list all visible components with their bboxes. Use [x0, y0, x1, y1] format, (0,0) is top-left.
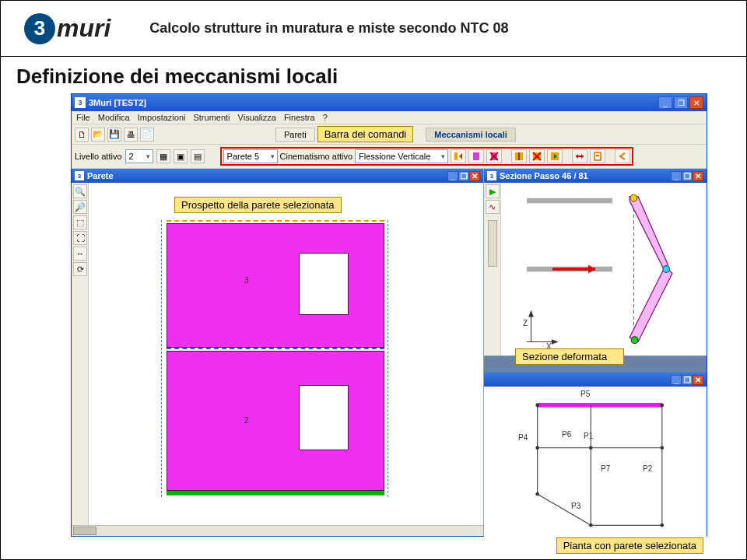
panel-icon: 3 — [75, 171, 84, 180]
maximize-button[interactable]: ❐ — [674, 96, 688, 109]
cmd-icon-8[interactable] — [590, 149, 605, 163]
workarea: 3 Parete _ ❐ ✕ 🔍 🔎 ⬚ ⛶ ↔ ⟳ Prospetto del… — [72, 169, 707, 536]
cmd-icon-4[interactable] — [511, 149, 527, 163]
cmd-icon-1[interactable] — [451, 149, 466, 163]
plan-p1: P1 — [584, 432, 593, 440]
svg-point-38 — [589, 446, 593, 450]
parete-select[interactable]: Parete 5 — [223, 149, 278, 163]
parete-canvas[interactable]: Prospetto della parete selezionata 3 2 — [89, 183, 483, 525]
zoom-in-icon[interactable]: 🔍 — [73, 184, 87, 198]
layers-icon[interactable]: ▤ — [191, 149, 205, 163]
section-canvas[interactable]: Z X — [501, 183, 707, 355]
menu-finestra[interactable]: Finestra — [284, 113, 315, 122]
plan-p7: P7 — [601, 464, 610, 473]
panel-pianta: _ ❐ ✕ — [484, 373, 707, 557]
app-titlebar[interactable]: 3 3Muri [TEST2] _ ❐ ✕ — [72, 94, 707, 111]
panel-min-button[interactable]: _ — [447, 171, 458, 181]
menu-visualizza[interactable]: Visualizza — [238, 113, 276, 122]
logo: 3 muri — [24, 13, 110, 44]
plan-canvas[interactable]: P5 P4 P6 P1 P7 P2 P3 Pianta con parete s… — [484, 387, 707, 557]
app-window: 3 3Muri [TEST2] _ ❐ ✕ File Modifica Impo… — [71, 93, 707, 537]
cinematismo-select[interactable]: Flessione Verticale — [355, 149, 448, 163]
cmd-icon-9[interactable] — [615, 149, 630, 163]
section-drawing — [501, 183, 707, 355]
plan-p6: P6 — [562, 430, 571, 439]
cmd-icon-6[interactable] — [547, 149, 563, 163]
print-icon[interactable]: 🖶 — [124, 128, 138, 142]
logo-text: muri — [57, 14, 110, 43]
menu-modifica[interactable]: Modifica — [98, 113, 130, 122]
tab-pareti[interactable]: Pareti — [275, 128, 315, 142]
panel-sec-min[interactable]: _ — [671, 171, 682, 181]
panel-sezione: 3 Sezione Passo 46 / 81 _ ❐ ✕ ▶ ∿ — [484, 169, 707, 356]
callout-pianta: Pianta con parete selezionata — [556, 537, 703, 554]
h-scrollbar[interactable] — [72, 525, 483, 536]
app-title: 3Muri [TEST2] — [86, 98, 658, 107]
axis-z: Z — [523, 319, 528, 327]
svg-point-22 — [663, 266, 670, 273]
refresh-icon[interactable]: ⟳ — [73, 262, 87, 276]
livello-select[interactable]: 2 — [125, 149, 153, 163]
panel-sezione-titlebar[interactable]: 3 Sezione Passo 46 / 81 _ ❐ ✕ — [484, 169, 707, 183]
menu-strumenti[interactable]: Strumenti — [193, 113, 230, 122]
plan-p2: P2 — [643, 464, 652, 473]
svg-marker-20 — [630, 269, 672, 342]
pan-icon[interactable]: ↔ — [73, 247, 87, 261]
callout-sezione: Sezione deformata — [515, 348, 624, 365]
svg-point-40 — [535, 492, 539, 496]
view3d-icon[interactable]: ▣ — [174, 149, 188, 163]
panel-plan-close[interactable]: ✕ — [693, 375, 703, 385]
minimize-button[interactable]: _ — [658, 96, 672, 109]
zoom-window-icon[interactable]: ⬚ — [73, 215, 87, 229]
zoom-extents-icon[interactable]: ⛶ — [73, 231, 87, 245]
floor-label-2: 2 — [244, 416, 249, 425]
panel-max-button[interactable]: ❐ — [458, 171, 469, 181]
plan-p4: P4 — [518, 433, 528, 442]
svg-marker-19 — [630, 197, 668, 270]
cmd-icon-5[interactable] — [529, 149, 545, 163]
panel-sec-max[interactable]: ❐ — [682, 171, 693, 181]
svg-marker-27 — [552, 339, 559, 345]
app-icon: 3 — [75, 97, 86, 108]
svg-rect-13 — [596, 155, 599, 156]
opening-floor-2 — [299, 385, 349, 450]
open-icon[interactable]: 📂 — [91, 128, 105, 142]
save-icon[interactable]: 💾 — [107, 128, 121, 142]
svg-point-21 — [630, 194, 637, 201]
wall-floor-2 — [167, 351, 384, 491]
panel-plan-min[interactable]: _ — [671, 375, 682, 385]
grid-icon[interactable]: ▦ — [156, 149, 170, 163]
ground-line — [167, 491, 384, 495]
svg-point-23 — [631, 337, 638, 344]
panel-plan-titlebar[interactable]: _ ❐ ✕ — [484, 373, 707, 387]
zoom-out-icon[interactable]: 🔎 — [73, 200, 87, 214]
play-icon[interactable]: ▶ — [486, 184, 500, 198]
wave-icon[interactable]: ∿ — [486, 200, 500, 214]
livello-label: Livello attivo — [75, 152, 122, 161]
tab-meccanismi[interactable]: Meccanismi locali — [426, 128, 516, 142]
cinematismo-label: Cinematismo attivo — [280, 152, 353, 161]
svg-line-33 — [538, 494, 591, 525]
plan-p3: P3 — [571, 502, 580, 510]
panel-plan-max[interactable]: ❐ — [682, 375, 693, 385]
tagline: Calcolo strutture in muratura e miste se… — [149, 20, 508, 37]
panel-parete-titlebar[interactable]: 3 Parete _ ❐ ✕ — [72, 169, 483, 183]
svg-point-42 — [661, 523, 665, 527]
menu-help[interactable]: ? — [323, 113, 328, 122]
view-tools: 🔍 🔎 ⬚ ⛶ ↔ ⟳ — [72, 183, 89, 525]
cmd-icon-2[interactable] — [468, 149, 484, 163]
panel-close-button[interactable]: ✕ — [469, 171, 480, 181]
menu-file[interactable]: File — [76, 113, 90, 122]
new-icon[interactable]: 🗋 — [75, 128, 89, 142]
svg-marker-17 — [588, 265, 595, 274]
cmd-icon-3[interactable] — [486, 149, 502, 163]
report-icon[interactable]: 📄 — [140, 128, 154, 142]
step-slider[interactable] — [488, 220, 497, 267]
page-subtitle: Definizione dei meccanismi locali — [1, 57, 746, 93]
callout-prospetto: Prospetto della parete selezionata — [174, 197, 342, 213]
panel-parete-title: Parete — [87, 171, 447, 180]
menu-impostazioni[interactable]: Impostazioni — [138, 113, 186, 122]
panel-sec-close[interactable]: ✕ — [693, 171, 703, 181]
close-button[interactable]: ✕ — [689, 96, 703, 109]
cmd-icon-7[interactable] — [572, 149, 587, 163]
